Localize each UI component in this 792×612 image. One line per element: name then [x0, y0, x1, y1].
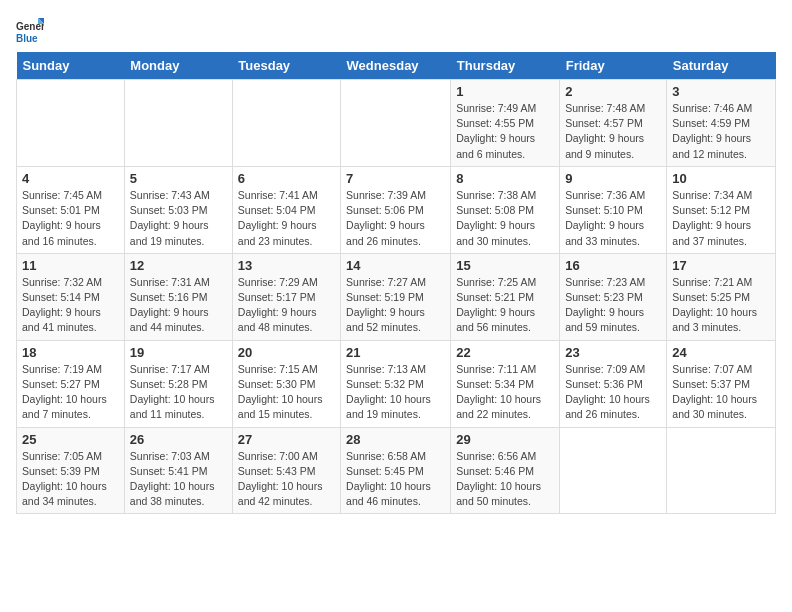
calendar-cell: 9Sunrise: 7:36 AM Sunset: 5:10 PM Daylig…	[560, 166, 667, 253]
calendar-cell: 20Sunrise: 7:15 AM Sunset: 5:30 PM Dayli…	[232, 340, 340, 427]
day-number: 19	[130, 345, 227, 360]
day-info: Sunrise: 7:25 AM Sunset: 5:21 PM Dayligh…	[456, 275, 554, 336]
logo-icon: General Blue	[16, 16, 44, 44]
calendar-cell: 21Sunrise: 7:13 AM Sunset: 5:32 PM Dayli…	[341, 340, 451, 427]
day-info: Sunrise: 7:23 AM Sunset: 5:23 PM Dayligh…	[565, 275, 661, 336]
day-number: 6	[238, 171, 335, 186]
calendar-cell	[232, 80, 340, 167]
day-number: 26	[130, 432, 227, 447]
logo: General Blue	[16, 16, 48, 44]
calendar-cell: 15Sunrise: 7:25 AM Sunset: 5:21 PM Dayli…	[451, 253, 560, 340]
header: General Blue	[16, 16, 776, 44]
calendar-cell: 4Sunrise: 7:45 AM Sunset: 5:01 PM Daylig…	[17, 166, 125, 253]
day-info: Sunrise: 7:38 AM Sunset: 5:08 PM Dayligh…	[456, 188, 554, 249]
day-number: 28	[346, 432, 445, 447]
calendar-cell	[560, 427, 667, 514]
day-info: Sunrise: 7:09 AM Sunset: 5:36 PM Dayligh…	[565, 362, 661, 423]
day-number: 24	[672, 345, 770, 360]
day-number: 2	[565, 84, 661, 99]
day-info: Sunrise: 7:34 AM Sunset: 5:12 PM Dayligh…	[672, 188, 770, 249]
week-row-4: 18Sunrise: 7:19 AM Sunset: 5:27 PM Dayli…	[17, 340, 776, 427]
week-row-3: 11Sunrise: 7:32 AM Sunset: 5:14 PM Dayli…	[17, 253, 776, 340]
calendar-cell: 6Sunrise: 7:41 AM Sunset: 5:04 PM Daylig…	[232, 166, 340, 253]
calendar-cell: 2Sunrise: 7:48 AM Sunset: 4:57 PM Daylig…	[560, 80, 667, 167]
day-info: Sunrise: 7:39 AM Sunset: 5:06 PM Dayligh…	[346, 188, 445, 249]
week-row-1: 1Sunrise: 7:49 AM Sunset: 4:55 PM Daylig…	[17, 80, 776, 167]
calendar-cell: 7Sunrise: 7:39 AM Sunset: 5:06 PM Daylig…	[341, 166, 451, 253]
day-info: Sunrise: 6:58 AM Sunset: 5:45 PM Dayligh…	[346, 449, 445, 510]
day-info: Sunrise: 7:46 AM Sunset: 4:59 PM Dayligh…	[672, 101, 770, 162]
calendar-cell	[667, 427, 776, 514]
day-info: Sunrise: 7:00 AM Sunset: 5:43 PM Dayligh…	[238, 449, 335, 510]
day-number: 27	[238, 432, 335, 447]
calendar-table: SundayMondayTuesdayWednesdayThursdayFrid…	[16, 52, 776, 514]
day-info: Sunrise: 7:19 AM Sunset: 5:27 PM Dayligh…	[22, 362, 119, 423]
calendar-cell: 28Sunrise: 6:58 AM Sunset: 5:45 PM Dayli…	[341, 427, 451, 514]
day-info: Sunrise: 7:11 AM Sunset: 5:34 PM Dayligh…	[456, 362, 554, 423]
day-number: 29	[456, 432, 554, 447]
calendar-cell: 18Sunrise: 7:19 AM Sunset: 5:27 PM Dayli…	[17, 340, 125, 427]
calendar-cell: 27Sunrise: 7:00 AM Sunset: 5:43 PM Dayli…	[232, 427, 340, 514]
calendar-cell: 13Sunrise: 7:29 AM Sunset: 5:17 PM Dayli…	[232, 253, 340, 340]
calendar-cell: 29Sunrise: 6:56 AM Sunset: 5:46 PM Dayli…	[451, 427, 560, 514]
calendar-cell: 11Sunrise: 7:32 AM Sunset: 5:14 PM Dayli…	[17, 253, 125, 340]
day-info: Sunrise: 6:56 AM Sunset: 5:46 PM Dayligh…	[456, 449, 554, 510]
day-number: 10	[672, 171, 770, 186]
day-number: 18	[22, 345, 119, 360]
day-info: Sunrise: 7:49 AM Sunset: 4:55 PM Dayligh…	[456, 101, 554, 162]
svg-text:Blue: Blue	[16, 33, 38, 44]
calendar-cell: 1Sunrise: 7:49 AM Sunset: 4:55 PM Daylig…	[451, 80, 560, 167]
day-number: 17	[672, 258, 770, 273]
day-info: Sunrise: 7:05 AM Sunset: 5:39 PM Dayligh…	[22, 449, 119, 510]
calendar-cell	[17, 80, 125, 167]
calendar-cell: 19Sunrise: 7:17 AM Sunset: 5:28 PM Dayli…	[124, 340, 232, 427]
calendar-cell: 22Sunrise: 7:11 AM Sunset: 5:34 PM Dayli…	[451, 340, 560, 427]
day-number: 20	[238, 345, 335, 360]
header-wednesday: Wednesday	[341, 52, 451, 80]
day-number: 9	[565, 171, 661, 186]
day-number: 5	[130, 171, 227, 186]
week-row-2: 4Sunrise: 7:45 AM Sunset: 5:01 PM Daylig…	[17, 166, 776, 253]
calendar-cell: 17Sunrise: 7:21 AM Sunset: 5:25 PM Dayli…	[667, 253, 776, 340]
calendar-cell: 14Sunrise: 7:27 AM Sunset: 5:19 PM Dayli…	[341, 253, 451, 340]
day-info: Sunrise: 7:45 AM Sunset: 5:01 PM Dayligh…	[22, 188, 119, 249]
day-number: 1	[456, 84, 554, 99]
day-number: 16	[565, 258, 661, 273]
day-number: 13	[238, 258, 335, 273]
header-friday: Friday	[560, 52, 667, 80]
day-info: Sunrise: 7:17 AM Sunset: 5:28 PM Dayligh…	[130, 362, 227, 423]
calendar-cell	[124, 80, 232, 167]
calendar-cell: 12Sunrise: 7:31 AM Sunset: 5:16 PM Dayli…	[124, 253, 232, 340]
day-number: 25	[22, 432, 119, 447]
calendar-cell: 23Sunrise: 7:09 AM Sunset: 5:36 PM Dayli…	[560, 340, 667, 427]
day-number: 23	[565, 345, 661, 360]
header-monday: Monday	[124, 52, 232, 80]
calendar-cell: 8Sunrise: 7:38 AM Sunset: 5:08 PM Daylig…	[451, 166, 560, 253]
calendar-cell: 26Sunrise: 7:03 AM Sunset: 5:41 PM Dayli…	[124, 427, 232, 514]
day-number: 12	[130, 258, 227, 273]
day-number: 21	[346, 345, 445, 360]
day-number: 15	[456, 258, 554, 273]
day-info: Sunrise: 7:21 AM Sunset: 5:25 PM Dayligh…	[672, 275, 770, 336]
day-info: Sunrise: 7:32 AM Sunset: 5:14 PM Dayligh…	[22, 275, 119, 336]
calendar-cell: 5Sunrise: 7:43 AM Sunset: 5:03 PM Daylig…	[124, 166, 232, 253]
calendar-cell: 3Sunrise: 7:46 AM Sunset: 4:59 PM Daylig…	[667, 80, 776, 167]
day-number: 7	[346, 171, 445, 186]
calendar-cell: 24Sunrise: 7:07 AM Sunset: 5:37 PM Dayli…	[667, 340, 776, 427]
calendar-cell: 10Sunrise: 7:34 AM Sunset: 5:12 PM Dayli…	[667, 166, 776, 253]
day-info: Sunrise: 7:48 AM Sunset: 4:57 PM Dayligh…	[565, 101, 661, 162]
day-number: 14	[346, 258, 445, 273]
calendar-cell: 25Sunrise: 7:05 AM Sunset: 5:39 PM Dayli…	[17, 427, 125, 514]
day-info: Sunrise: 7:07 AM Sunset: 5:37 PM Dayligh…	[672, 362, 770, 423]
header-thursday: Thursday	[451, 52, 560, 80]
day-number: 4	[22, 171, 119, 186]
calendar-cell: 16Sunrise: 7:23 AM Sunset: 5:23 PM Dayli…	[560, 253, 667, 340]
day-info: Sunrise: 7:41 AM Sunset: 5:04 PM Dayligh…	[238, 188, 335, 249]
day-info: Sunrise: 7:15 AM Sunset: 5:30 PM Dayligh…	[238, 362, 335, 423]
header-row: SundayMondayTuesdayWednesdayThursdayFrid…	[17, 52, 776, 80]
day-info: Sunrise: 7:36 AM Sunset: 5:10 PM Dayligh…	[565, 188, 661, 249]
day-number: 22	[456, 345, 554, 360]
day-number: 8	[456, 171, 554, 186]
week-row-5: 25Sunrise: 7:05 AM Sunset: 5:39 PM Dayli…	[17, 427, 776, 514]
day-info: Sunrise: 7:13 AM Sunset: 5:32 PM Dayligh…	[346, 362, 445, 423]
